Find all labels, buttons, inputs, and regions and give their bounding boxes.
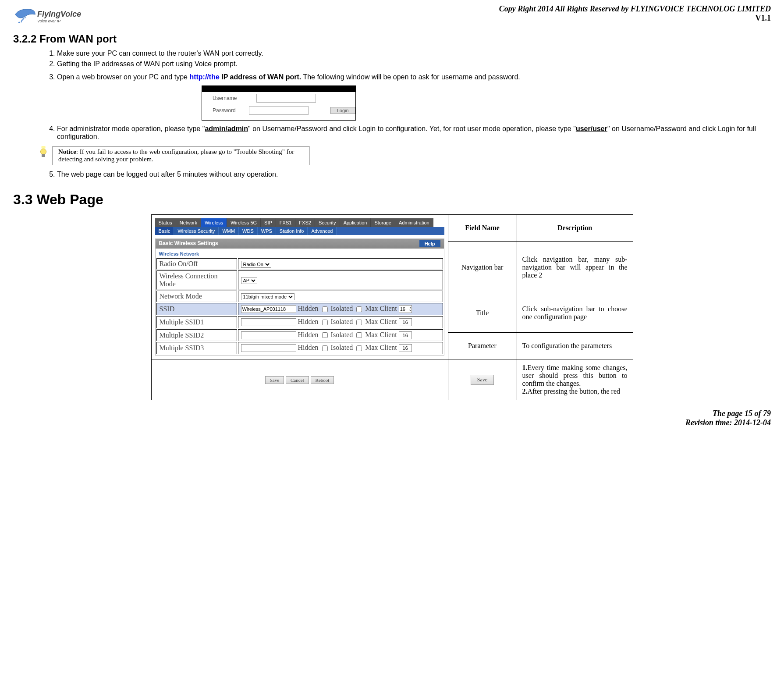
section-label: Wireless Network	[156, 249, 444, 257]
mssid3-isolated-checkbox[interactable]	[356, 345, 362, 351]
field-title: Title	[448, 293, 517, 333]
password-label: Password	[213, 107, 236, 114]
subtab-station-info[interactable]: Station Info	[276, 227, 308, 235]
subtab-wmm[interactable]: WMM	[219, 227, 239, 235]
logo-subtext: Voice over IP	[37, 19, 81, 23]
step-1: Make sure your PC can connect to the rou…	[57, 50, 762, 57]
version-text: V1.1	[499, 14, 771, 23]
step-3-text-c: The following window will be open to ask…	[303, 73, 520, 81]
ssid-isolated-checkbox[interactable]	[356, 306, 362, 312]
mssid3-hidden-checkbox[interactable]	[322, 345, 328, 351]
radio-select[interactable]: Radio On	[241, 261, 271, 268]
tab-sip[interactable]: SIP	[261, 218, 276, 227]
mssid2-maxclient-input[interactable]	[399, 331, 412, 339]
password-input[interactable]	[249, 106, 309, 115]
web-page-table: Status Network Wireless Wireless 5G SIP …	[151, 214, 633, 400]
col-field-name: Field Name	[448, 215, 517, 242]
tab-fxs1[interactable]: FXS1	[276, 218, 296, 227]
tab-security[interactable]: Security	[315, 218, 340, 227]
mssid3-maxclient-input[interactable]	[399, 344, 412, 352]
username-input[interactable]	[256, 94, 316, 103]
tab-fxs2[interactable]: FXS2	[295, 218, 315, 227]
mssid1-isolated-checkbox[interactable]	[356, 320, 362, 325]
subtab-wps[interactable]: WPS	[258, 227, 276, 235]
mssid1-maxclient-input[interactable]	[399, 318, 412, 326]
router-screenshot-cell: Status Network Wireless Wireless 5G SIP …	[151, 215, 448, 359]
mssid2-isolated-checkbox[interactable]	[356, 332, 362, 338]
logo: FlyingVoice Voice over IP	[13, 4, 81, 28]
page-header: FlyingVoice Voice over IP Copy Right 201…	[13, 4, 771, 28]
desc-title: Click sub-navigation bar to choose one c…	[517, 293, 633, 333]
mssid1-input[interactable]	[241, 318, 296, 326]
netmode-label: Network Mode	[156, 291, 237, 302]
save-button[interactable]: Save	[265, 376, 284, 384]
panel-title: Basic Wireless Settings	[159, 240, 218, 247]
router-ui-screenshot: Status Network Wireless Wireless 5G SIP …	[155, 218, 444, 356]
lightbulb-icon	[39, 146, 47, 157]
desc-save: 1.Every time making some changes, user s…	[517, 359, 633, 400]
copyright-text: Copy Right 2014 All Rights Reserved by F…	[499, 4, 771, 14]
notice-text: : If you fail to access to the web confi…	[58, 148, 294, 163]
ssid-maxclient-input[interactable]	[399, 305, 412, 313]
netmode-select[interactable]: 11b/g/n mixed mode	[241, 293, 294, 300]
tab-storage[interactable]: Storage	[371, 218, 395, 227]
nav-primary: Status Network Wireless Wireless 5G SIP …	[155, 218, 444, 227]
save-button-image: Save	[471, 375, 494, 385]
tab-wireless[interactable]: Wireless	[201, 218, 227, 227]
section-heading-33: 3.3 Web Page	[13, 192, 771, 208]
step-4: For administrator mode operation, please…	[57, 125, 762, 141]
page-number: The page 15 of 79	[13, 409, 771, 418]
user-credential: user/user	[576, 125, 607, 132]
mssid1-hidden-checkbox[interactable]	[322, 320, 328, 325]
step-3-text-a: Open a web browser on your PC and type	[57, 73, 189, 81]
svg-point-0	[18, 21, 20, 23]
settings-panel: Basic Wireless Settings Help Wireless Ne…	[155, 238, 444, 356]
tab-status[interactable]: Status	[155, 218, 176, 227]
subtab-wireless-security[interactable]: Wireless Security	[174, 227, 219, 235]
username-label: Username	[213, 95, 243, 101]
login-button[interactable]: Login	[330, 107, 355, 114]
conn-mode-select[interactable]: AP	[241, 277, 257, 284]
revision-time: Revision time: 2014-12-04	[13, 418, 771, 427]
step-3: Open a web browser on your PC and type h…	[57, 73, 762, 81]
ssid-hidden-checkbox[interactable]	[322, 306, 328, 312]
cancel-button[interactable]: Cancel	[286, 376, 309, 384]
buttons-screenshot-cell: Save Cancel Reboot	[151, 359, 448, 400]
mssid1-label: Multiple SSID1	[156, 316, 237, 328]
tab-administration[interactable]: Administration	[395, 218, 433, 227]
conn-mode-label: Wireless Connection Mode	[156, 270, 237, 290]
mssid2-hidden-checkbox[interactable]	[322, 332, 328, 338]
col-description: Description	[517, 215, 633, 242]
tab-application[interactable]: Application	[340, 218, 371, 227]
maxclient-label: Max Client	[365, 305, 397, 312]
mssid2-input[interactable]	[241, 331, 296, 339]
step-3-bold: IP address of WAN port.	[221, 73, 301, 81]
mssid3-label: Multiple SSID3	[156, 342, 237, 354]
radio-label: Radio On/Off	[156, 258, 237, 270]
tab-network[interactable]: Network	[176, 218, 201, 227]
tab-wireless5g[interactable]: Wireless 5G	[227, 218, 261, 227]
mssid3-input[interactable]	[241, 344, 296, 352]
desc-navigation-bar: Click navigation bar, many sub-navigatio…	[517, 242, 633, 293]
flyingvoice-logo-icon	[13, 4, 37, 28]
step-2: Getting the IP addresses of WAN port usi…	[57, 60, 762, 68]
section-heading-322: 3.2.2 From WAN port	[13, 33, 771, 45]
nav-secondary: Basic Wireless Security WMM WDS WPS Stat…	[155, 227, 444, 235]
step-5: The web page can be logged out after 5 m…	[57, 171, 762, 178]
reboot-button[interactable]: Reboot	[311, 376, 334, 384]
step-4-a: For administrator mode operation, please…	[57, 125, 205, 132]
subtab-basic[interactable]: Basic	[155, 227, 174, 235]
notice-box: Notice: If you fail to access to the web…	[53, 146, 309, 165]
subtab-advanced[interactable]: Advanced	[308, 227, 337, 235]
login-header-bar	[202, 86, 355, 92]
ssid-input[interactable]	[241, 305, 296, 313]
admin-credential: admin/admin	[205, 125, 248, 132]
login-screenshot: Username Password Login	[202, 85, 356, 121]
field-navigation-bar: Navigation bar	[448, 242, 517, 293]
mssid2-label: Multiple SSID2	[156, 329, 237, 341]
help-button[interactable]: Help	[419, 240, 440, 247]
wan-ip-link[interactable]: http://the	[189, 73, 219, 81]
subtab-wds[interactable]: WDS	[239, 227, 258, 235]
page-footer: The page 15 of 79 Revision time: 2014-12…	[13, 409, 771, 427]
field-save-image: Save	[448, 359, 517, 400]
